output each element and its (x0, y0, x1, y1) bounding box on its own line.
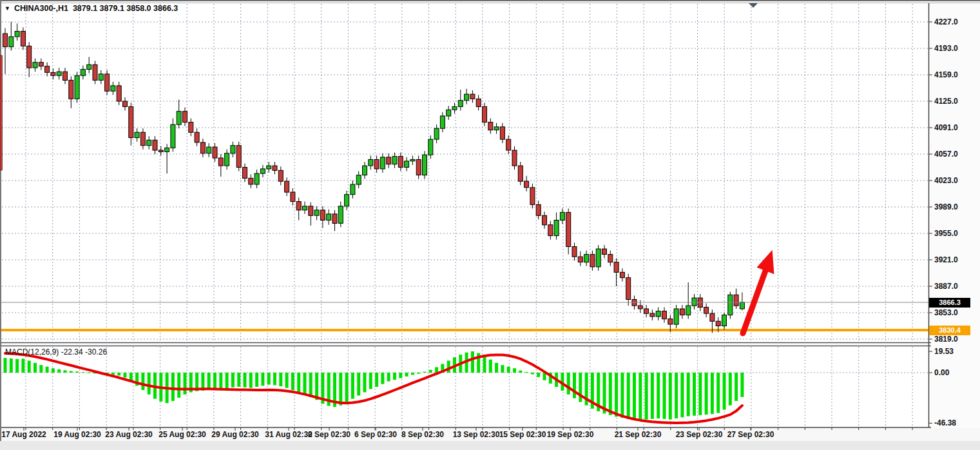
mt4-chart-window: 4227.04193.04159.04125.04091.04057.04023… (0, 0, 980, 450)
support-price-badge: 3830.4 (929, 326, 970, 335)
clipped-candle (0, 55, 3, 170)
macd-indicator-label: MACD(12,26,9) -22.34 -30.26 (5, 347, 107, 357)
symbol-dropdown-icon[interactable]: ▼ (5, 6, 10, 12)
candlestick-chart[interactable]: 4227.04193.04159.04125.04091.04057.04023… (0, 0, 980, 450)
chart-title: ▼ CHINA300-,H1 3879.1 3879.1 3858.0 3866… (5, 4, 178, 13)
price-axis[interactable] (928, 0, 980, 427)
last-price-badge: 3866.3 (929, 298, 970, 308)
chart-title-text: CHINA300-,H1 3879.1 3879.1 3858.0 3866.3 (14, 4, 178, 13)
time-axis[interactable] (0, 427, 928, 441)
